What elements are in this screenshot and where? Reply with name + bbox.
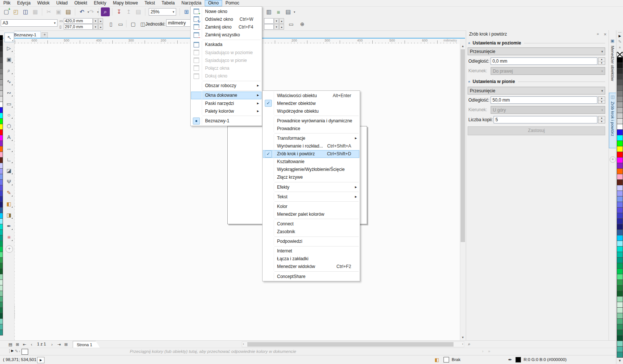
color-swatch[interactable]	[0, 163, 3, 169]
scroll-right-icon[interactable]: ›	[462, 342, 463, 346]
color-swatch[interactable]	[0, 52, 3, 57]
save-icon[interactable]: ◫	[21, 7, 30, 16]
menu-item-lacza-i-zakladki[interactable]: Łącza i zakładki	[263, 255, 359, 263]
color-swatch[interactable]	[0, 252, 3, 258]
menu-item-okna-dokowane[interactable]: Okna dokowane▶	[191, 92, 261, 99]
color-swatch[interactable]	[617, 96, 623, 102]
undo-icon[interactable]: ↶▾	[78, 7, 86, 16]
dock-windows-icon[interactable]: ▤▾	[284, 7, 293, 16]
color-swatch[interactable]	[0, 135, 3, 141]
color-swatch[interactable]	[0, 102, 3, 107]
color-swatch[interactable]	[617, 102, 623, 107]
menu-tekst[interactable]: Tekst	[141, 0, 158, 6]
color-swatch[interactable]	[617, 135, 623, 141]
docpal-flyout-icon[interactable]: ▶	[11, 349, 14, 353]
menu-item-tekst[interactable]: Tekst▶	[263, 193, 359, 201]
color-swatch[interactable]	[617, 330, 623, 335]
last-page-icon[interactable]: ⇥	[56, 341, 62, 347]
rectangle-tool-icon[interactable]: ▭	[4, 99, 13, 108]
open-icon[interactable]: ◰	[11, 7, 20, 16]
first-page-icon[interactable]: ⇤	[22, 341, 27, 347]
color-swatch[interactable]	[0, 113, 3, 119]
color-swatch[interactable]	[0, 202, 3, 208]
page-width-field[interactable]: 420,0 mm	[64, 18, 93, 24]
menu-item-wspolrzedne-obiektu[interactable]: Współrzędne obiektu	[263, 107, 359, 115]
menu-item-ksztaltowanie[interactable]: Kształtowanie	[263, 158, 359, 166]
next-page-icon[interactable]: ›	[49, 341, 55, 347]
fit-page-icon[interactable]: ⊞	[182, 7, 191, 16]
collapse-chevron-icon[interactable]: «	[467, 42, 471, 44]
horizontal-distance-input[interactable]: 0,0 mm	[491, 57, 597, 65]
smart-fill-tool-icon[interactable]: ◨	[4, 211, 13, 219]
polygon-tool-icon[interactable]: ⬡	[4, 122, 13, 130]
color-swatch[interactable]	[0, 63, 3, 69]
color-swatch[interactable]	[617, 308, 623, 313]
page-size-combo[interactable]: A3 ▾	[1, 19, 57, 27]
zoom-tool-status-icon[interactable]: ⌕	[466, 341, 472, 347]
docpal-scroll-more-icon[interactable]: »	[488, 349, 490, 353]
height-down-spinner[interactable]: ▼	[93, 24, 98, 30]
color-swatch[interactable]	[0, 274, 3, 280]
color-swatch[interactable]	[0, 330, 3, 335]
section-header-horizontal[interactable]: « Ustawienia w poziomie	[468, 40, 605, 46]
color-swatch[interactable]	[617, 258, 623, 263]
scroll-down-icon[interactable]: ▼	[460, 335, 465, 340]
menu-item-wyrownanie-i-rozklad[interactable]: Wyrównanie i rozkład...Ctrl+Shift+A	[263, 142, 359, 150]
scroll-up-icon[interactable]: ▲	[460, 44, 465, 49]
new-document-icon[interactable]: ▢+	[2, 7, 11, 16]
color-swatch[interactable]	[617, 163, 623, 169]
scroll-left-icon[interactable]: ‹	[243, 342, 244, 346]
color-swatch[interactable]	[617, 324, 623, 330]
width-down-spinner[interactable]: ▼	[93, 18, 98, 24]
duplicate-field[interactable]	[264, 24, 274, 30]
guidelines-icon[interactable]: ≡	[274, 7, 283, 16]
horizontal-scroll-thumb[interactable]	[247, 342, 454, 347]
dup-down-spinner[interactable]: ▼	[274, 24, 279, 30]
color-swatch[interactable]	[617, 302, 623, 308]
menu-item-zlacz-krzywe[interactable]: Złącz krzywe	[263, 173, 359, 181]
color-swatch[interactable]	[0, 41, 3, 46]
dropdown-arrow-icon[interactable]: ▾	[294, 10, 295, 14]
docpal-scroll-left-icon[interactable]: ‹	[19, 349, 20, 353]
status-flyout-button[interactable]: ▶	[37, 357, 44, 363]
color-swatch[interactable]	[617, 80, 623, 85]
color-swatch[interactable]	[617, 85, 623, 91]
color-swatch[interactable]	[0, 91, 3, 96]
horizontal-scrollbar[interactable]: ‹ ›	[242, 341, 464, 347]
copies-spinner[interactable]: ▲▼	[598, 116, 605, 123]
tab-step-and-repeat[interactable]: ◫ Zrób krok i powtórz	[609, 93, 616, 148]
pick-tool-icon[interactable]: ↖	[4, 33, 14, 42]
menu-widok[interactable]: Widok	[34, 0, 53, 6]
menu-item-menedzer-palet-kolorow[interactable]: Menedżer palet kolorów	[263, 210, 359, 218]
color-swatch[interactable]	[617, 113, 623, 119]
freehand-tool-icon[interactable]: ∿	[4, 77, 13, 86]
color-swatch[interactable]	[617, 335, 623, 341]
color-swatch[interactable]	[617, 252, 623, 258]
menu-item-internet[interactable]: Internet	[263, 247, 359, 255]
no-color-swatch[interactable]	[617, 52, 623, 57]
menu-item-zrob-krok-i-powtorz[interactable]: ✓Zrób krok i powtórzCtrl+Shift+D	[263, 150, 359, 158]
color-swatch[interactable]	[0, 119, 3, 124]
toolbox-customize-icon[interactable]: +	[6, 245, 13, 253]
color-swatch[interactable]	[617, 313, 623, 319]
ellipse-tool-icon[interactable]: ○	[4, 110, 13, 119]
copies-input[interactable]: 5	[494, 116, 597, 123]
color-swatch[interactable]	[617, 291, 623, 297]
menu-obiekt[interactable]: Obiekt	[71, 0, 90, 6]
menu-edycja[interactable]: Edycja	[14, 0, 34, 6]
menu-item-obszar-roboczy[interactable]: Obszar roboczy▶	[191, 82, 261, 90]
color-swatch[interactable]	[617, 196, 623, 202]
menu-item-nowe-okno[interactable]: +Nowe okno	[191, 7, 261, 15]
distance-spinner[interactable]: ▲▼	[598, 96, 605, 104]
color-swatch[interactable]	[617, 263, 623, 269]
transparency-tool-icon[interactable]: Ψ	[4, 177, 13, 186]
color-swatch[interactable]	[0, 46, 3, 52]
color-swatch[interactable]	[0, 180, 3, 185]
dimension-tool-icon[interactable]: ↔	[4, 144, 13, 153]
menu-item-efekty[interactable]: Efekty▶	[263, 183, 359, 191]
color-swatch[interactable]	[0, 196, 3, 202]
color-swatch[interactable]	[617, 341, 623, 347]
menu-narzedzia[interactable]: Narzędzia	[178, 0, 205, 6]
color-swatch[interactable]	[0, 291, 3, 297]
color-swatch[interactable]	[617, 69, 623, 74]
